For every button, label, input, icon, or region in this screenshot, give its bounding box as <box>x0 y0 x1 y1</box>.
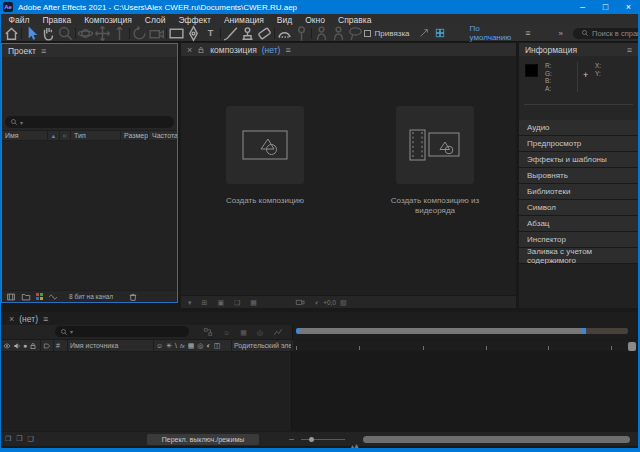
clone-stamp-tool[interactable] <box>239 26 256 40</box>
project-settings-icon[interactable] <box>36 292 43 302</box>
menu-item[interactable]: Окно <box>299 15 332 25</box>
panel-header-libraries[interactable]: Библиотеки <box>519 184 638 200</box>
source-name-column[interactable]: Имя источника <box>68 340 154 351</box>
pan-camera-tool[interactable] <box>94 26 111 40</box>
camera-settings-icon[interactable] <box>295 297 305 307</box>
type-tool[interactable]: T <box>202 26 219 40</box>
close-tab-icon[interactable]: × <box>9 314 14 324</box>
quality-icon[interactable]: \ <box>175 342 177 349</box>
maximize-button[interactable]: □ <box>594 0 617 14</box>
brush-tool[interactable] <box>222 26 239 40</box>
frame-blending-icon[interactable]: ▦ <box>240 327 247 337</box>
graph-editor-icon[interactable] <box>273 327 283 337</box>
new-folder-icon[interactable] <box>21 292 31 302</box>
panel-header-preview[interactable]: Предпросмотр <box>519 136 638 152</box>
pen-tool[interactable] <box>185 26 202 40</box>
3d-layer-icon[interactable]: ◫ <box>214 342 221 349</box>
sort-ascending-icon[interactable]: ▲ <box>48 131 60 140</box>
menu-item[interactable]: Слой <box>138 15 172 25</box>
workspace-selector[interactable]: По умолчанию <box>470 24 520 42</box>
panel-menu-icon[interactable]: ≡ <box>627 45 632 55</box>
menu-item[interactable]: Композиция <box>78 15 139 25</box>
column-size[interactable]: Размер <box>121 131 149 140</box>
motion-blur-icon[interactable]: ◎ <box>257 327 263 337</box>
minimize-button[interactable]: – <box>571 0 594 14</box>
exposure-reset-icon[interactable]: ◐ <box>315 299 319 306</box>
panel-header-align[interactable]: Выровнять <box>519 168 638 184</box>
new-composition-button[interactable]: Создать композицию <box>215 106 315 206</box>
search-filter-caret-icon[interactable]: ▾ <box>70 328 73 335</box>
snap-checkbox[interactable] <box>364 30 371 37</box>
column-rate[interactable]: Частота ... <box>149 131 177 140</box>
video-eye-icon[interactable] <box>3 342 11 350</box>
bit-depth-label[interactable]: 8 бит на канал <box>69 293 113 300</box>
panel-header-audio[interactable]: Аудио <box>519 120 638 136</box>
eraser-tool[interactable] <box>256 26 273 40</box>
exposure-value[interactable]: +0,0 <box>323 299 336 306</box>
label-color-icon[interactable] <box>41 340 54 351</box>
camera-tool[interactable] <box>148 26 165 40</box>
close-button[interactable]: × <box>617 0 640 14</box>
close-tab-icon[interactable]: × <box>187 45 192 55</box>
project-panel-tab[interactable]: Проект ≡ <box>2 44 177 57</box>
horizontal-scrollbar[interactable] <box>363 436 630 443</box>
panel-header-paragraph[interactable]: Абзац <box>519 216 638 232</box>
safe-zones-icon[interactable]: ⊞ <box>202 299 208 306</box>
selection-tool[interactable] <box>23 26 40 40</box>
proportional-grid-icon[interactable] <box>435 28 445 38</box>
composition-mini-flowchart-icon[interactable] <box>203 327 213 337</box>
world-axis-mode[interactable] <box>330 26 347 40</box>
track-area[interactable] <box>292 352 638 431</box>
timeline-search-input[interactable]: ▾ <box>55 326 189 337</box>
local-axis-mode[interactable] <box>313 26 330 40</box>
panel-header-effects-presets[interactable]: Эффекты и шаблоны <box>519 152 638 168</box>
frame-blend-icon[interactable]: ▦ <box>188 342 195 349</box>
comp-marker-bin-icon[interactable] <box>628 342 636 351</box>
panel-header-character[interactable]: Символ <box>519 200 638 216</box>
zoom-slider-thumb[interactable] <box>309 437 314 442</box>
menu-item[interactable]: Эффект <box>172 15 218 25</box>
work-area-bar[interactable] <box>296 328 628 334</box>
adjustment-layer-icon[interactable]: ◐ <box>206 342 210 349</box>
column-name[interactable]: Имя <box>2 131 48 140</box>
expand-transfer-controls-icon[interactable]: ❒ <box>16 435 22 442</box>
mask-visibility-icon[interactable]: ▣ <box>217 299 224 306</box>
search-filter-caret-icon[interactable]: ▾ <box>20 119 23 126</box>
menu-item[interactable]: Справка <box>332 15 378 25</box>
menu-item[interactable]: Правка <box>36 15 78 25</box>
menu-item[interactable]: Вид <box>270 15 298 25</box>
adjust-bit-depth-icon[interactable] <box>48 292 58 302</box>
timeline-tab-label[interactable]: (нет) <box>19 314 38 324</box>
workspace-menu-icon[interactable]: ≡ <box>525 28 530 38</box>
rectangle-tool[interactable] <box>168 26 185 40</box>
menu-item[interactable]: Анимация <box>217 15 270 25</box>
audio-icon[interactable] <box>13 342 21 350</box>
column-type[interactable]: Тип <box>71 131 121 140</box>
panel-menu-icon[interactable]: ≡ <box>285 45 290 55</box>
zoom-out-icon[interactable]: – <box>289 434 294 444</box>
lock-icon[interactable] <box>197 46 205 54</box>
snap-options-icon[interactable] <box>419 28 429 38</box>
toggle-switches-modes-button[interactable]: Перекл. выключ./режимы <box>147 434 259 445</box>
panel-menu-icon[interactable]: ≡ <box>43 314 48 324</box>
label-color-icon[interactable] <box>60 131 71 140</box>
view-axis-mode[interactable] <box>347 26 364 40</box>
parent-column[interactable]: Родительский элемент ... <box>232 340 292 351</box>
collapse-transformations-icon[interactable]: ✳ <box>166 342 172 349</box>
region-of-interest-icon[interactable]: ❏ <box>234 299 240 306</box>
toolbar-overflow-icon[interactable]: » <box>559 29 563 38</box>
work-area-range[interactable] <box>300 328 582 334</box>
orbit-camera-tool[interactable] <box>77 26 94 40</box>
motion-blur-icon[interactable]: ◎ <box>197 342 203 349</box>
layer-number-column[interactable]: # <box>54 340 68 351</box>
panel-header-content-aware-fill[interactable]: Заливка с учетом содержимого <box>519 248 638 264</box>
expand-in-out-icon[interactable]: ❑ <box>28 435 34 442</box>
panel-menu-icon[interactable]: ≡ <box>41 46 46 56</box>
composition-panel-tab[interactable]: × композиция (нет) ≡ <box>181 43 516 56</box>
puppet-pin-tool[interactable] <box>293 26 310 40</box>
solo-icon[interactable]: ● <box>23 342 27 349</box>
layer-list-area[interactable] <box>1 352 292 431</box>
project-search-input[interactable]: ▾ <box>5 116 174 128</box>
dolly-camera-tool[interactable] <box>111 26 128 40</box>
lock-icon[interactable] <box>29 342 37 350</box>
